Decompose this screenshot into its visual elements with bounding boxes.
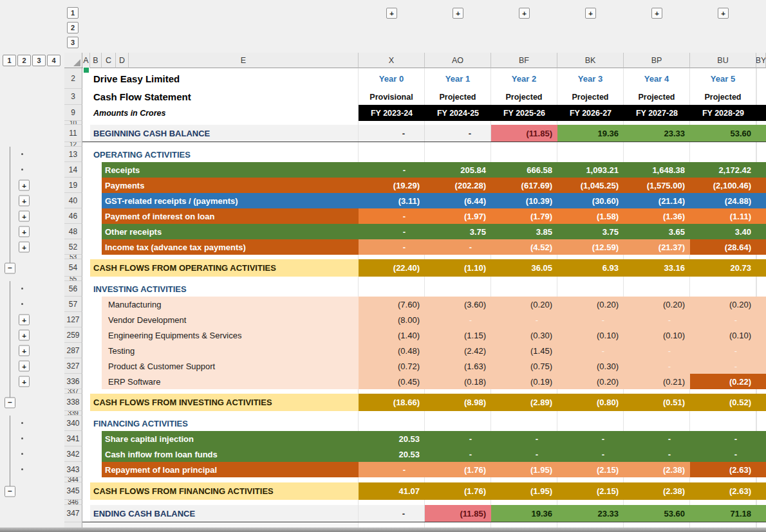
row-label-cell[interactable]: Manufacturing [82, 297, 359, 312]
clipped-column-stub[interactable] [756, 500, 766, 505]
clipped-column-stub[interactable] [756, 208, 766, 224]
value-cell[interactable] [557, 389, 624, 394]
value-cell[interactable] [557, 411, 624, 416]
column-header-bf[interactable]: BF [491, 53, 557, 68]
value-cell[interactable]: Projected [557, 89, 624, 105]
value-cell[interactable] [491, 477, 557, 482]
clipped-column-stub[interactable] [756, 477, 766, 482]
value-cell[interactable]: - [491, 431, 557, 446]
row-number[interactable]: 339 [64, 411, 82, 416]
value-cell[interactable]: (11.85) [425, 505, 491, 522]
value-cell[interactable]: (0.21) [624, 374, 690, 389]
value-cell[interactable] [359, 281, 425, 297]
value-cell[interactable]: (2.15) [557, 482, 624, 500]
value-cell[interactable]: Projected [624, 89, 690, 105]
value-cell[interactable] [425, 142, 491, 147]
row-number[interactable]: 9 [64, 105, 82, 121]
row-number[interactable]: 40 [64, 193, 82, 208]
row-label-cell[interactable]: GST-related receipts / (payments) [82, 193, 359, 208]
column-header-bk[interactable]: BK [557, 53, 624, 68]
value-cell[interactable] [557, 147, 624, 162]
row-group-expand-button[interactable]: + [19, 315, 30, 326]
row-number[interactable]: 345 [64, 482, 82, 500]
row-number[interactable]: 55 [64, 277, 82, 281]
value-cell[interactable] [491, 522, 557, 532]
value-cell[interactable]: Year 5 [690, 68, 756, 89]
row-number[interactable]: 46 [64, 208, 82, 224]
row-number[interactable]: 12 [64, 142, 82, 147]
value-cell[interactable]: - [425, 312, 491, 327]
clipped-column-stub[interactable] [756, 105, 766, 121]
row-label-cell[interactable]: CASH FLOWS FROM INVESTING ACTIVITIES [82, 394, 359, 411]
row-number[interactable]: 14 [64, 162, 82, 178]
row-number[interactable]: 347 [64, 505, 82, 522]
value-cell[interactable] [690, 389, 756, 394]
column-group-expand-button[interactable]: + [585, 8, 596, 19]
value-cell[interactable] [425, 522, 491, 532]
row-number[interactable]: 54 [64, 259, 82, 277]
value-cell[interactable]: 19.36 [491, 505, 557, 522]
clipped-column-stub[interactable] [756, 142, 766, 147]
value-cell[interactable]: - [624, 446, 690, 462]
value-cell[interactable]: - [690, 431, 756, 446]
value-cell[interactable]: - [359, 224, 425, 239]
row-label-cell[interactable]: Product & Customer Support [82, 358, 359, 374]
value-cell[interactable] [557, 277, 624, 281]
value-cell[interactable]: (1.58) [557, 208, 624, 224]
value-cell[interactable] [359, 477, 425, 482]
row-number[interactable]: 342 [64, 446, 82, 462]
row-label-cell[interactable] [82, 389, 359, 394]
value-cell[interactable] [557, 416, 624, 431]
value-cell[interactable]: (1.97) [425, 208, 491, 224]
column-outline-level-3-button[interactable]: 3 [67, 37, 79, 48]
value-cell[interactable]: (21.37) [624, 239, 690, 255]
value-cell[interactable]: 71.18 [690, 505, 756, 522]
value-cell[interactable]: (0.20) [690, 297, 756, 312]
row-number[interactable]: 340 [64, 416, 82, 431]
value-cell[interactable] [690, 500, 756, 505]
value-cell[interactable] [557, 522, 624, 532]
value-cell[interactable]: (2.42) [425, 343, 491, 358]
row-number[interactable]: 3 [64, 89, 82, 105]
value-cell[interactable]: 3.40 [690, 224, 756, 239]
row-number[interactable]: 56 [64, 281, 82, 297]
value-cell[interactable]: 3.65 [624, 224, 690, 239]
value-cell[interactable]: (0.18) [425, 374, 491, 389]
value-cell[interactable]: (1.95) [491, 482, 557, 500]
row-group-expand-button[interactable]: + [19, 376, 30, 387]
value-cell[interactable]: Year 4 [624, 68, 690, 89]
row-label-cell[interactable]: Receipts [82, 162, 359, 178]
row-group-collapse-button[interactable]: − [5, 397, 15, 408]
value-cell[interactable]: (0.30) [491, 327, 557, 343]
value-cell[interactable]: (11.85) [491, 125, 557, 142]
value-cell[interactable]: (1.11) [690, 208, 756, 224]
clipped-column-stub[interactable] [756, 327, 766, 343]
value-cell[interactable]: - [359, 208, 425, 224]
row-label-cell[interactable]: Cash Flow Statement [82, 89, 359, 105]
clipped-column-stub[interactable] [756, 394, 766, 411]
row-number[interactable]: 2 [64, 68, 82, 89]
value-cell[interactable]: (1.76) [425, 462, 491, 477]
column-group-expand-button[interactable]: + [453, 8, 463, 19]
value-cell[interactable]: - [624, 312, 690, 327]
value-cell[interactable]: - [557, 431, 624, 446]
value-cell[interactable]: (1,045.25) [557, 178, 624, 193]
row-label-cell[interactable]: Cash inflow from loan funds [82, 446, 359, 462]
value-cell[interactable]: (8.98) [425, 394, 491, 411]
value-cell[interactable]: (7.60) [359, 297, 425, 312]
clipped-column-stub[interactable] [756, 89, 766, 105]
value-cell[interactable]: (30.60) [557, 193, 624, 208]
value-cell[interactable] [491, 416, 557, 431]
row-number[interactable]: 341 [64, 431, 82, 446]
value-cell[interactable] [359, 389, 425, 394]
value-cell[interactable]: (2.89) [491, 394, 557, 411]
value-cell[interactable] [557, 142, 624, 147]
row-group-expand-button[interactable]: + [19, 242, 30, 253]
value-cell[interactable]: (1.79) [491, 208, 557, 224]
value-cell[interactable] [690, 277, 756, 281]
row-label-cell[interactable]: INVESTING ACTIVITIES [82, 281, 359, 297]
value-cell[interactable]: FY 2027-28 [624, 105, 690, 121]
value-cell[interactable]: Year 0 [359, 68, 425, 89]
clipped-column-stub[interactable] [756, 125, 766, 142]
row-number[interactable]: 346 [64, 500, 82, 505]
